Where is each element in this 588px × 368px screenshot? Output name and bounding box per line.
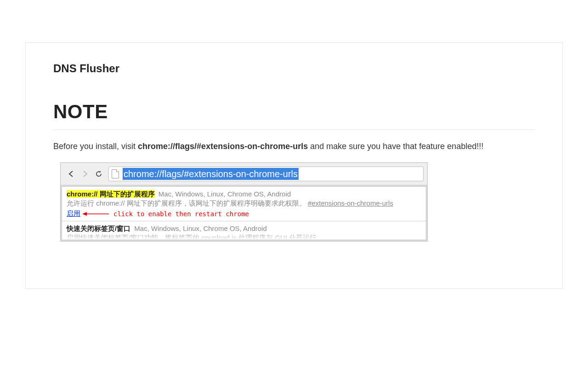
intro-paragraph: Before you install, visit chrome://flags… — [53, 141, 535, 152]
flag-item: chrome:// 网址下的扩展程序 Mac, Windows, Linux, … — [62, 187, 426, 221]
flag-desc-text: 允许运行 chrome:// 网址下的扩展程序，该网址下的扩展程序明确要求此权限… — [67, 199, 306, 207]
browser-toolbar: chrome://flags/#extensions-on-chrome-url… — [61, 163, 427, 185]
divider — [53, 129, 535, 130]
flag-description: 允许运行 chrome:// 网址下的扩展程序，该网址下的扩展程序明确要求此权限… — [67, 199, 421, 208]
address-bar-text: chrome://flags/#extensions-on-chrome-url… — [123, 168, 299, 180]
flag-name: 快速关闭标签页/窗口 — [67, 224, 130, 232]
flag-anchor-link: #extensions-on-chrome-urls — [308, 199, 393, 207]
back-icon — [64, 167, 78, 181]
note-heading: NOTE — [53, 101, 535, 123]
flag-title-line: 快速关闭标签页/窗口 Mac, Windows, Linux, Chrome O… — [67, 224, 421, 233]
flags-list: chrome:// 网址下的扩展程序 Mac, Windows, Linux, … — [62, 186, 426, 240]
flag-title-line: chrome:// 网址下的扩展程序 Mac, Windows, Linux, … — [67, 190, 421, 199]
forward-icon — [78, 167, 92, 181]
flag-name-highlight: chrome:// 网址下的扩展程序 — [67, 190, 155, 198]
page-icon — [112, 169, 119, 178]
intro-url: chrome://flags/#extensions-on-chrome-url… — [138, 142, 308, 151]
reload-icon — [92, 167, 106, 181]
flag-platforms: Mac, Windows, Linux, Chrome OS, Android — [158, 190, 291, 198]
intro-before: Before you install, visit — [53, 142, 138, 151]
enable-line: 启用 click to enable then restart chrome — [67, 209, 421, 218]
address-bar: chrome://flags/#extensions-on-chrome-url… — [108, 167, 424, 181]
enable-link: 启用 — [67, 209, 80, 218]
flag-item: 快速关闭标签页/窗口 Mac, Windows, Linux, Chrome O… — [62, 221, 426, 240]
page-title: DNS Flusher — [53, 62, 535, 75]
red-annotation: click to enable then restart chrome — [113, 210, 249, 218]
embedded-screenshot: chrome://flags/#extensions-on-chrome-url… — [60, 162, 428, 242]
arrow-icon — [82, 211, 110, 217]
intro-after: and make sure you have that feature enab… — [308, 142, 483, 151]
fade-overlay — [62, 233, 426, 240]
flag-platforms: Mac, Windows, Linux, Chrome OS, Android — [134, 224, 266, 232]
document-container: DNS Flusher NOTE Before you install, vis… — [25, 42, 563, 289]
